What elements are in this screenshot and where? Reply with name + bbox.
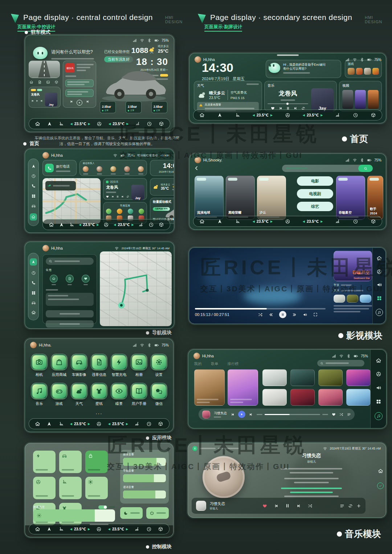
contacts-card[interactable]: 最近联系人: [79, 160, 147, 176]
avatar[interactable]: [42, 245, 49, 251]
app-launcher[interactable]: 音乐: [30, 383, 48, 406]
dock-fan-icon[interactable]: [96, 421, 102, 427]
temp-right-down-icon[interactable]: ◀: [108, 528, 110, 531]
dock-fan-icon[interactable]: [97, 121, 102, 127]
quick-home[interactable]: [50, 275, 58, 285]
temp-right-down-icon[interactable]: ◀: [109, 122, 111, 126]
weather-card[interactable]: 晴天多云 35°C 空气质量 优 PM2.5 15: [150, 178, 174, 196]
nav-map[interactable]: [100, 251, 172, 326]
rail-check-icon[interactable]: [377, 483, 384, 489]
sidebar-nav-icon[interactable]: [31, 164, 36, 169]
dock-cube-icon[interactable]: [371, 219, 376, 224]
dock-seat-right-icon[interactable]: [134, 421, 140, 427]
album-cover[interactable]: [318, 389, 343, 406]
app-launcher[interactable]: 应用商城: [50, 354, 68, 377]
dock-seat-right-icon[interactable]: [135, 121, 140, 127]
rail-volume-icon[interactable]: [376, 385, 381, 391]
dock-cube-icon[interactable]: [158, 421, 163, 427]
temp-right-down-icon[interactable]: ◀: [303, 114, 305, 117]
repeat-icon[interactable]: [348, 504, 353, 508]
temp-left-down-icon[interactable]: ◀: [79, 223, 81, 226]
control-toggle-tile[interactable]: [59, 477, 82, 499]
dock-home-icon[interactable]: [199, 112, 205, 118]
dock-seat-right-icon[interactable]: [335, 112, 340, 118]
news-card[interactable]: 糖快讯: [63, 61, 96, 108]
dock-cube-icon[interactable]: [159, 222, 164, 227]
dock-seat-left-icon[interactable]: [235, 219, 240, 224]
rail-fan-icon[interactable]: [376, 269, 382, 275]
progress-bar[interactable]: [268, 103, 308, 104]
temp-left-down-icon[interactable]: ◀: [70, 422, 72, 426]
heart-icon[interactable]: [106, 195, 109, 198]
category-button[interactable]: 电视剧: [297, 189, 333, 198]
app-launcher[interactable]: 微信: [150, 383, 168, 406]
clock-widget[interactable]: 14:30 2024年7月19日 星期五: [202, 61, 245, 82]
shuffle-icon[interactable]: [339, 413, 343, 416]
brightness-slider[interactable]: [33, 509, 115, 522]
app-shortcut[interactable]: [128, 209, 133, 214]
more-apps-dots[interactable]: ···: [96, 411, 103, 416]
dock-seat-left-icon[interactable]: [69, 222, 74, 227]
video-thumb[interactable]: [342, 90, 353, 109]
sidebar-phone-icon[interactable]: [31, 280, 36, 285]
next-icon[interactable]: [121, 195, 124, 198]
app-launcher[interactable]: 相机: [30, 354, 48, 377]
dock-seat-left-icon[interactable]: [58, 121, 64, 127]
temp-left-up-icon[interactable]: ▶: [88, 422, 90, 426]
episode-thumb[interactable]: [334, 295, 345, 303]
album-cover[interactable]: [290, 369, 315, 386]
nav-action-button[interactable]: [46, 310, 94, 317]
shuffle-icon[interactable]: [308, 504, 313, 508]
play-icon[interactable]: [36, 99, 38, 102]
dock-nav-icon[interactable]: [46, 526, 52, 532]
app-shortcut[interactable]: [106, 209, 111, 214]
dock-vent-timer-icon[interactable]: [353, 219, 358, 224]
next-icon[interactable]: [249, 413, 253, 416]
music-card[interactable]: 音乐 龙卷风 Jay: [264, 81, 337, 111]
dock-nav-icon[interactable]: [47, 121, 52, 127]
sidebar-media-icon[interactable]: [31, 174, 36, 178]
pause-button[interactable]: [279, 311, 286, 318]
temp-right-up-icon[interactable]: ▶: [132, 223, 134, 226]
dock-home-icon[interactable]: [49, 222, 54, 227]
dock-nav-icon[interactable]: [59, 222, 64, 227]
app-launcher[interactable]: 车辆影像: [70, 354, 88, 377]
app-shortcut[interactable]: [117, 209, 122, 214]
pause-icon[interactable]: [116, 195, 119, 198]
nav-action-button[interactable]: [46, 320, 94, 328]
quick-favorite[interactable]: [82, 275, 90, 285]
avatar[interactable]: [30, 342, 37, 348]
dock-seat-left-icon[interactable]: [58, 526, 64, 532]
search-input[interactable]: [46, 258, 94, 265]
game-icon[interactable]: [364, 68, 371, 75]
contact[interactable]: [124, 166, 130, 175]
assistant-bubble[interactable]: [65, 79, 94, 87]
video-card[interactable]: 视频: [339, 81, 382, 111]
sidebar-car-icon[interactable]: [31, 300, 36, 305]
weather-card[interactable]: 天气 晴天多云 23.5°C 空气质量优 PM2.5 15 高温黄色预警: [194, 81, 262, 111]
contact[interactable]: [83, 166, 89, 175]
next-icon[interactable]: [297, 504, 301, 508]
dock-vent-timer-icon[interactable]: [353, 112, 358, 118]
temp-right-up-icon[interactable]: ▶: [320, 114, 323, 117]
video-thumb[interactable]: [355, 90, 366, 109]
temp-left-down-icon[interactable]: ◀: [253, 220, 255, 223]
tire-pressure-pill[interactable]: 2.5bar 正常: [100, 101, 116, 113]
temp-left-up-icon[interactable]: ▶: [270, 114, 273, 117]
heart-icon[interactable]: [262, 504, 267, 508]
temp-left-down-icon[interactable]: ◀: [70, 528, 72, 531]
rail-apps-icon[interactable]: [376, 399, 381, 405]
album-cover[interactable]: [346, 369, 371, 386]
assistant-bubble[interactable]: [65, 89, 94, 97]
recent-destination-card[interactable]: [46, 293, 94, 306]
movie-poster[interactable]: 黑暗荣耀: [226, 176, 255, 220]
next-icon[interactable]: [40, 99, 43, 102]
weather-chip[interactable]: 晴天多云 25°C: [148, 45, 169, 54]
volume-slider[interactable]: [123, 458, 166, 466]
music-card[interactable]: QQ音乐 龙卷风 Jay: [103, 178, 147, 200]
music-mini-card[interactable]: 龙卷风 Jay: [29, 87, 61, 108]
temp-right-down-icon[interactable]: ◀: [303, 220, 305, 223]
tire-pressure-pill[interactable]: 2.5bar 正常: [151, 101, 167, 113]
app-launcher[interactable]: 用户手册: [130, 383, 148, 406]
sidebar-car-icon[interactable]: [31, 204, 36, 208]
